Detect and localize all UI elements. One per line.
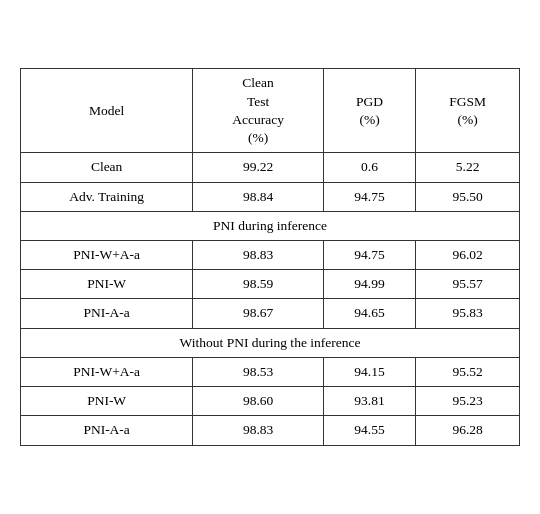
cell-model: Clean: [21, 153, 193, 182]
cell-fgsm: 96.02: [416, 241, 520, 270]
section-label: PNI during inference: [21, 211, 520, 240]
cell-model: PNI-W+A-a: [21, 357, 193, 386]
cell-clean_acc: 98.60: [193, 387, 324, 416]
cell-model: PNI-W: [21, 387, 193, 416]
section-label: Without PNI during the inference: [21, 328, 520, 357]
header-fgsm: FGSM(%): [416, 69, 520, 153]
cell-clean_acc: 98.83: [193, 241, 324, 270]
cell-clean_acc: 98.83: [193, 416, 324, 445]
cell-fgsm: 95.23: [416, 387, 520, 416]
cell-clean_acc: 98.59: [193, 270, 324, 299]
cell-pgd: 94.15: [323, 357, 415, 386]
cell-fgsm: 95.83: [416, 299, 520, 328]
header-model: Model: [21, 69, 193, 153]
table-row: PNI-A-a98.6794.6595.83: [21, 299, 520, 328]
cell-model: PNI-A-a: [21, 299, 193, 328]
cell-pgd: 94.65: [323, 299, 415, 328]
section-header-row: Without PNI during the inference: [21, 328, 520, 357]
cell-pgd: 94.99: [323, 270, 415, 299]
cell-pgd: 94.75: [323, 241, 415, 270]
cell-model: Adv. Training: [21, 182, 193, 211]
table-row: PNI-W98.5994.9995.57: [21, 270, 520, 299]
cell-fgsm: 5.22: [416, 153, 520, 182]
cell-pgd: 0.6: [323, 153, 415, 182]
cell-fgsm: 95.57: [416, 270, 520, 299]
cell-clean_acc: 98.67: [193, 299, 324, 328]
header-clean-accuracy: CleanTestAccuracy(%): [193, 69, 324, 153]
table-row: PNI-W98.6093.8195.23: [21, 387, 520, 416]
cell-model: PNI-A-a: [21, 416, 193, 445]
table-row: PNI-A-a98.8394.5596.28: [21, 416, 520, 445]
cell-fgsm: 95.52: [416, 357, 520, 386]
cell-clean_acc: 98.84: [193, 182, 324, 211]
cell-fgsm: 96.28: [416, 416, 520, 445]
table-row: PNI-W+A-a98.8394.7596.02: [21, 241, 520, 270]
cell-clean_acc: 99.22: [193, 153, 324, 182]
table-row: Adv. Training98.8494.7595.50: [21, 182, 520, 211]
cell-model: PNI-W: [21, 270, 193, 299]
section-header-row: PNI during inference: [21, 211, 520, 240]
cell-pgd: 94.55: [323, 416, 415, 445]
cell-pgd: 93.81: [323, 387, 415, 416]
cell-clean_acc: 98.53: [193, 357, 324, 386]
cell-fgsm: 95.50: [416, 182, 520, 211]
results-table: Model CleanTestAccuracy(%) PGD(%) FGSM(%…: [20, 68, 520, 445]
table-row: Clean99.220.65.22: [21, 153, 520, 182]
table-wrapper: Model CleanTestAccuracy(%) PGD(%) FGSM(%…: [20, 68, 520, 445]
header-pgd: PGD(%): [323, 69, 415, 153]
cell-pgd: 94.75: [323, 182, 415, 211]
cell-model: PNI-W+A-a: [21, 241, 193, 270]
table-row: PNI-W+A-a98.5394.1595.52: [21, 357, 520, 386]
